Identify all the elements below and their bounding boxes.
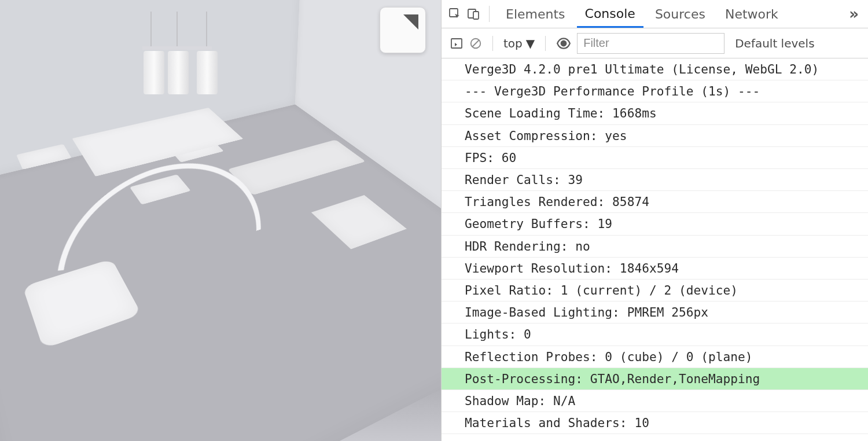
console-line: Materials and Shaders: 10 [442, 412, 868, 434]
console-toolbar: top ▼ Default levels [442, 28, 868, 58]
tab-network[interactable]: Network [717, 1, 786, 27]
svg-rect-3 [451, 39, 462, 48]
pendant-lights [150, 17, 237, 116]
tab-sources[interactable]: Sources [647, 1, 713, 27]
console-output[interactable]: Verge3D 4.2.0 pre1 Ultimate (License, We… [442, 58, 868, 441]
execution-context-selector[interactable]: top ▼ [503, 36, 535, 50]
console-line: Geometry Buffers: 19 [442, 213, 868, 235]
console-line: Triangles Rendered: 85874 [442, 191, 868, 213]
console-line: Post-Processing: GTAO,Render,ToneMapping [442, 368, 868, 390]
devtools-tabbar: Elements Console Sources Network » [442, 0, 868, 28]
console-line: Verge3D 4.2.0 pre1 Ultimate (License, We… [442, 58, 868, 80]
console-line: Render Calls: 39 [442, 169, 868, 191]
console-line: Scene Loading Time: 1668ms [442, 102, 868, 124]
tab-console[interactable]: Console [577, 1, 643, 28]
console-line: Lights: 0 [442, 324, 868, 346]
console-line: Viewport Resolution: 1846x594 [442, 258, 868, 280]
more-tabs-icon[interactable]: » [849, 5, 862, 23]
console-line: FPS: 60 [442, 147, 868, 169]
console-sidebar-toggle-icon[interactable] [450, 36, 464, 50]
console-line: Asset Compression: yes [442, 125, 868, 147]
console-line: Image-Based Lighting: PMREM 256px [442, 302, 868, 324]
inspect-icon[interactable] [447, 6, 462, 21]
log-levels-selector[interactable]: Default levels [735, 36, 814, 50]
live-expression-icon[interactable] [556, 36, 571, 51]
clear-console-icon[interactable] [469, 37, 482, 50]
console-line: Shadow Map: N/A [442, 390, 868, 412]
svg-rect-2 [473, 12, 479, 19]
svg-point-5 [561, 40, 567, 46]
view-cube-widget[interactable] [380, 7, 426, 53]
tab-elements[interactable]: Elements [498, 1, 573, 27]
console-line: --- Verge3D Performance Profile (1s) --- [442, 80, 868, 102]
context-label: top [503, 36, 523, 50]
chevron-down-icon: ▼ [526, 36, 535, 50]
console-line: Reflection Probes: 0 (cube) / 0 (plane) [442, 346, 868, 368]
device-toggle-icon[interactable] [466, 6, 481, 21]
devtools-panel: Elements Console Sources Network » top ▼ [441, 0, 868, 441]
console-line: HDR Rendering: no [442, 236, 868, 258]
webgl-viewport[interactable] [0, 0, 441, 441]
filter-input[interactable] [577, 33, 724, 54]
console-line: Pixel Ratio: 1 (current) / 2 (device) [442, 280, 868, 302]
